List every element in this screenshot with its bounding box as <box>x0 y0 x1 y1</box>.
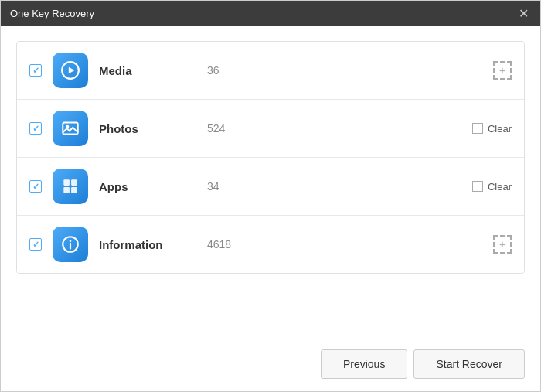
checkbox-apps[interactable] <box>29 180 42 193</box>
checkbox-information[interactable] <box>29 238 42 251</box>
item-count-photos: 524 <box>207 122 472 135</box>
svg-marker-1 <box>69 67 75 74</box>
item-name-photos: Photos <box>99 122 192 135</box>
checkbox-media[interactable] <box>29 64 42 77</box>
icon-information <box>53 227 88 262</box>
item-count-media: 36 <box>207 64 493 77</box>
item-actions-photos: Clear <box>472 123 512 135</box>
main-window: One Key Recovery ✕ Media 36 + <box>0 0 541 392</box>
title-bar: One Key Recovery ✕ <box>1 1 540 26</box>
item-actions-media: + <box>493 61 512 80</box>
clear-checkbox-apps[interactable] <box>472 181 483 192</box>
icon-apps <box>53 169 88 204</box>
item-name-apps: Apps <box>99 180 192 193</box>
item-actions-apps: Clear <box>472 181 512 193</box>
previous-button[interactable]: Previous <box>321 349 407 379</box>
content-area: Media 36 + Photos 524 <box>1 26 540 337</box>
item-row-media: Media 36 + <box>17 42 524 100</box>
checkbox-photos[interactable] <box>29 122 42 135</box>
close-button[interactable]: ✕ <box>515 5 531 21</box>
icon-media <box>53 53 88 88</box>
clear-checkbox-photos[interactable] <box>472 123 483 134</box>
item-row-photos: Photos 524 Clear <box>17 100 524 158</box>
items-container: Media 36 + Photos 524 <box>16 41 525 274</box>
item-name-media: Media <box>99 64 192 77</box>
footer: Previous Start Recover <box>1 337 540 391</box>
item-name-information: Information <box>99 238 192 251</box>
icon-photos <box>53 111 88 146</box>
window-title: One Key Recovery <box>10 8 94 19</box>
item-actions-information: + <box>493 235 512 254</box>
svg-rect-5 <box>71 179 77 186</box>
item-row-information: Information 4618 + <box>17 216 524 273</box>
svg-rect-4 <box>63 179 70 186</box>
expand-information-button[interactable]: + <box>493 235 512 254</box>
item-count-information: 4618 <box>207 238 493 251</box>
expand-media-button[interactable]: + <box>493 61 512 80</box>
svg-rect-7 <box>71 187 77 193</box>
item-row-apps: Apps 34 Clear <box>17 158 524 216</box>
svg-point-10 <box>70 240 72 242</box>
svg-rect-2 <box>63 122 78 134</box>
item-count-apps: 34 <box>207 180 472 193</box>
clear-label-photos[interactable]: Clear <box>488 123 512 135</box>
clear-label-apps[interactable]: Clear <box>488 181 512 193</box>
svg-rect-6 <box>63 187 70 193</box>
start-recover-button[interactable]: Start Recover <box>413 349 525 379</box>
